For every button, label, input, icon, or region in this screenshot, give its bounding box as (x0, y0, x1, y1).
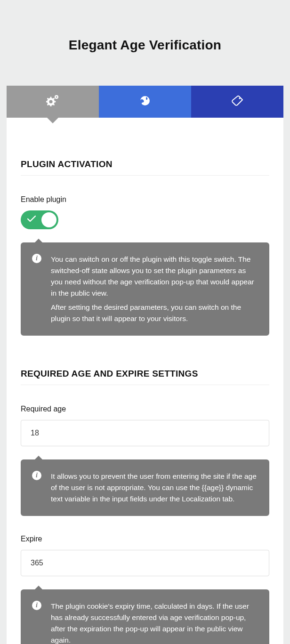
gears-icon (46, 95, 59, 108)
svg-rect-3 (54, 101, 56, 103)
page-title: Elegant Age Verification (0, 0, 290, 86)
enable-plugin-label: Enable plugin (21, 195, 269, 204)
enable-plugin-info: i You can switch on or off the plugin wi… (21, 242, 269, 336)
expire-input[interactable] (21, 550, 269, 576)
svg-rect-1 (50, 105, 52, 106)
expire-label: Expire (21, 535, 269, 543)
info-icon: i (32, 601, 41, 610)
tab-localization[interactable] (99, 86, 191, 118)
tab-settings[interactable] (7, 86, 99, 118)
settings-panel: PLUGIN ACTIVATION Enable plugin i You ca… (7, 118, 283, 644)
section-title-age-expire: REQUIRED AGE AND EXPIRE SETTINGS (21, 369, 269, 385)
svg-point-9 (56, 96, 57, 97)
tab-style[interactable] (191, 86, 283, 118)
required-age-input[interactable] (21, 420, 269, 446)
svg-rect-2 (46, 101, 48, 103)
tabs (7, 86, 283, 118)
info-text: After setting the desired parameters, yo… (51, 302, 258, 324)
tag-icon (232, 96, 243, 108)
info-text: The plugin cookie's expiry time, calcula… (51, 601, 258, 644)
info-text: It allows you to prevent the user from e… (51, 471, 258, 505)
required-age-info: i It allows you to prevent the user from… (21, 459, 269, 516)
section-title-activation: PLUGIN ACTIVATION (21, 159, 269, 176)
svg-rect-0 (50, 97, 52, 98)
required-age-label: Required age (21, 405, 269, 413)
enable-plugin-toggle[interactable] (21, 210, 58, 229)
globe-icon (140, 96, 150, 108)
info-icon: i (32, 471, 41, 480)
info-text: You can switch on or off the plugin with… (51, 254, 258, 299)
svg-point-11 (239, 97, 240, 99)
expire-info: i The plugin cookie's expiry time, calcu… (21, 589, 269, 644)
toggle-knob (41, 212, 56, 227)
info-icon: i (32, 254, 41, 263)
check-icon (27, 216, 36, 224)
